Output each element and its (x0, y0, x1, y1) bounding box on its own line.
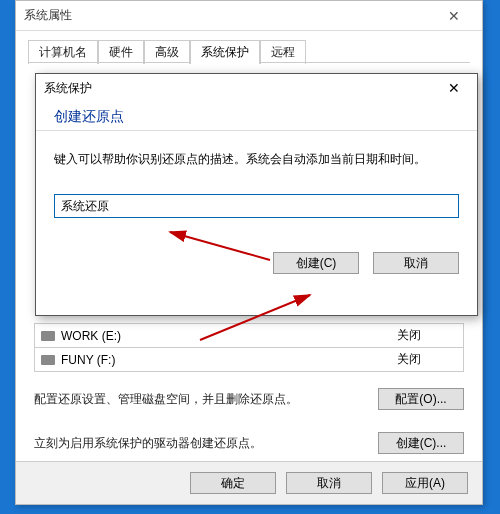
divider (36, 130, 477, 131)
tab-system-protection[interactable]: 系统保护 (190, 40, 260, 64)
drive-name: FUNY (F:) (61, 353, 397, 367)
drive-row[interactable]: WORK (E:) 关闭 (34, 323, 464, 348)
cancel-button[interactable]: 取消 (373, 252, 459, 274)
tab-remote[interactable]: 远程 (260, 40, 306, 64)
ok-button[interactable]: 确定 (190, 472, 276, 494)
parent-titlebar: 系统属性 ✕ (16, 1, 482, 31)
parent-title: 系统属性 (24, 7, 434, 24)
drive-row[interactable]: FUNY (F:) 关闭 (34, 348, 464, 372)
dialog-footer: 确定 取消 应用(A) (16, 461, 482, 504)
drive-icon (41, 355, 55, 365)
drive-name: WORK (E:) (61, 329, 397, 343)
create-text: 立刻为启用系统保护的驱动器创建还原点。 (34, 435, 378, 452)
tab-advanced[interactable]: 高级 (144, 40, 190, 64)
dialog-title: 系统保护 (44, 80, 439, 97)
drive-list: WORK (E:) 关闭 FUNY (F:) 关闭 (34, 323, 464, 372)
create-restore-point-button[interactable]: 创建(C)... (378, 432, 464, 454)
create-button[interactable]: 创建(C) (273, 252, 359, 274)
tab-strip: 计算机名 硬件 高级 系统保护 远程 (16, 31, 482, 63)
restore-point-name-input[interactable] (54, 194, 459, 218)
apply-button[interactable]: 应用(A) (382, 472, 468, 494)
dialog-description: 键入可以帮助你识别还原点的描述。系统会自动添加当前日期和时间。 (54, 151, 459, 168)
cancel-button[interactable]: 取消 (286, 472, 372, 494)
dialog-body: 创建还原点 键入可以帮助你识别还原点的描述。系统会自动添加当前日期和时间。 创建… (36, 102, 477, 286)
create-restore-point-dialog: 系统保护 ✕ 创建还原点 键入可以帮助你识别还原点的描述。系统会自动添加当前日期… (35, 73, 478, 316)
dialog-buttons: 创建(C) 取消 (54, 252, 459, 274)
dialog-titlebar: 系统保护 ✕ (36, 74, 477, 102)
close-icon[interactable]: ✕ (434, 8, 474, 24)
configure-button[interactable]: 配置(O)... (378, 388, 464, 410)
tab-computer-name[interactable]: 计算机名 (28, 40, 98, 64)
dialog-heading: 创建还原点 (54, 108, 459, 126)
tab-hardware[interactable]: 硬件 (98, 40, 144, 64)
configure-text: 配置还原设置、管理磁盘空间，并且删除还原点。 (34, 391, 378, 408)
close-icon[interactable]: ✕ (439, 80, 469, 96)
drive-status: 关闭 (397, 327, 457, 344)
drive-status: 关闭 (397, 351, 457, 368)
drive-icon (41, 331, 55, 341)
